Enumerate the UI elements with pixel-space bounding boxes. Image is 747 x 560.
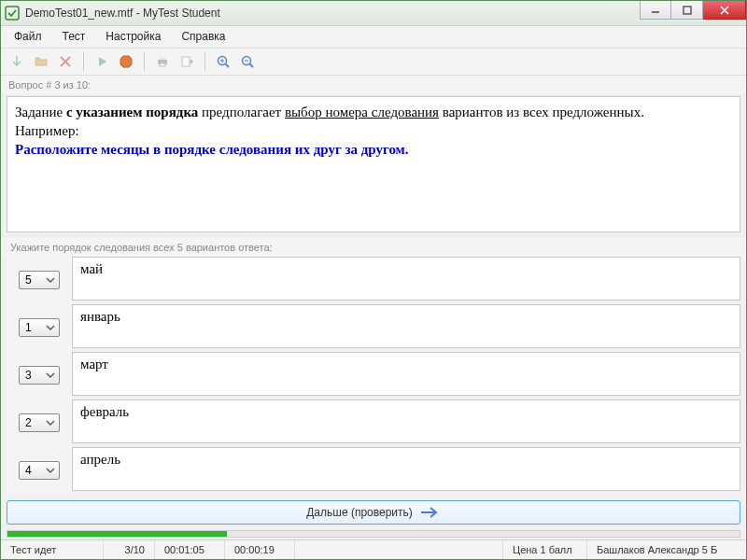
toolbar-stop-button[interactable] (116, 51, 136, 72)
order-value: 4 (25, 464, 32, 477)
svg-rect-11 (182, 57, 190, 66)
order-value: 1 (25, 321, 32, 334)
menu-help[interactable]: Справка (172, 28, 234, 45)
question-text: Задание с указанием порядка предполагает… (7, 96, 740, 232)
order-value: 3 (25, 369, 32, 382)
answer-row: 2 февраль (7, 399, 740, 447)
question-line1-c: предполагает (198, 105, 285, 119)
chevron-down-icon (45, 274, 56, 286)
toolbar-zoom-out-button[interactable] (237, 51, 258, 72)
chevron-down-icon (45, 417, 56, 428)
answer-row: 5 май (7, 257, 740, 304)
answer-row: 3 март (7, 352, 740, 399)
zoom-in-icon (216, 54, 231, 69)
svg-rect-10 (160, 63, 165, 66)
svg-rect-9 (160, 57, 165, 60)
chevron-down-icon (45, 370, 56, 381)
maximize-icon (683, 6, 692, 15)
toolbar-play-button[interactable] (92, 51, 112, 72)
order-select-4[interactable]: 4 (19, 461, 60, 480)
status-state: Тест идет (1, 540, 104, 559)
svg-rect-0 (6, 7, 19, 20)
order-select-3[interactable]: 2 (19, 413, 60, 432)
close-button[interactable] (703, 1, 746, 20)
question-line2: Например: (15, 123, 79, 138)
toolbar (1, 49, 746, 76)
answers-area: 5 май 1 январь 3 март (7, 257, 740, 495)
status-position: 3/10 (104, 540, 155, 559)
close-icon (720, 6, 729, 15)
maximize-button[interactable] (671, 1, 703, 20)
arrow-right-icon (420, 506, 441, 519)
folder-icon (34, 54, 49, 69)
toolbar-folder-button[interactable] (31, 51, 51, 72)
question-line3: Расположите месяцы в порядке следования … (15, 142, 409, 157)
answer-text-3: февраль (72, 399, 740, 443)
toolbar-separator (204, 52, 205, 71)
order-value: 5 (25, 273, 32, 287)
svg-line-13 (226, 63, 230, 67)
order-select-2[interactable]: 3 (19, 366, 60, 385)
order-select-1[interactable]: 1 (19, 318, 60, 337)
status-author: Башлаков Александр 5 Б (587, 540, 746, 559)
toolbar-down-button[interactable] (7, 51, 27, 72)
toolbar-zoom-in-button[interactable] (213, 51, 233, 72)
next-button[interactable]: Дальше (проверить) (7, 500, 740, 525)
menu-file[interactable]: Файл (5, 28, 51, 45)
status-question-time: 00:00:19 (225, 540, 295, 559)
window-title: DemoTest01_new.mtf - MyTest Student (25, 7, 220, 20)
toolbar-cancel-button[interactable] (55, 51, 76, 72)
question-line1-b: с указанием порядка (66, 105, 198, 119)
answer-text-0: май (72, 257, 740, 301)
chevron-down-icon (45, 322, 56, 333)
progress-bar (7, 530, 740, 538)
question-line1-d: выбор номера следования (285, 105, 439, 119)
answer-row: 4 апрель (7, 447, 740, 495)
answer-text-4: апрель (72, 447, 740, 491)
status-bar: Тест идет 3/10 00:01:05 00:00:19 Цена 1 … (1, 539, 746, 559)
minimize-button[interactable] (640, 1, 671, 20)
arrow-down-icon (9, 54, 24, 69)
answer-text-2: март (72, 352, 740, 396)
zoom-out-icon (240, 54, 255, 69)
toolbar-print-button[interactable] (152, 51, 173, 72)
toolbar-separator (83, 52, 84, 71)
menu-test[interactable]: Тест (53, 28, 95, 45)
answer-row: 1 январь (7, 304, 740, 352)
minimize-icon (651, 6, 660, 15)
title-bar: DemoTest01_new.mtf - MyTest Student (1, 1, 746, 26)
chevron-down-icon (45, 465, 56, 476)
stop-icon (119, 54, 134, 69)
order-value: 2 (25, 416, 32, 429)
export-icon (179, 54, 194, 69)
status-score: Цена 1 балл (503, 540, 587, 559)
play-icon (94, 54, 109, 69)
cancel-icon (58, 54, 73, 69)
toolbar-separator (144, 52, 145, 71)
question-line1-a: Задание (15, 105, 66, 119)
print-icon (155, 54, 170, 69)
question-line1-e: вариантов из всех предложенных. (439, 105, 644, 119)
app-icon (5, 6, 20, 21)
toolbar-export-button[interactable] (176, 51, 197, 72)
menu-bar: Файл Тест Настройка Справка (1, 26, 746, 48)
status-elapsed: 00:01:05 (155, 540, 225, 559)
next-button-label: Дальше (проверить) (306, 506, 413, 519)
app-window: DemoTest01_new.mtf - MyTest Student Файл… (0, 0, 747, 560)
svg-line-17 (250, 63, 254, 67)
menu-settings[interactable]: Настройка (96, 28, 170, 45)
svg-marker-7 (120, 56, 132, 67)
answer-hint: Укажите порядок следования всех 5 вариан… (1, 238, 746, 257)
svg-rect-2 (684, 7, 691, 14)
order-select-0[interactable]: 5 (19, 271, 60, 289)
progress-fill (7, 531, 227, 537)
question-number-label: Вопрос # 3 из 10: (1, 76, 746, 94)
answer-text-1: январь (72, 304, 740, 348)
status-spacer (295, 540, 503, 559)
